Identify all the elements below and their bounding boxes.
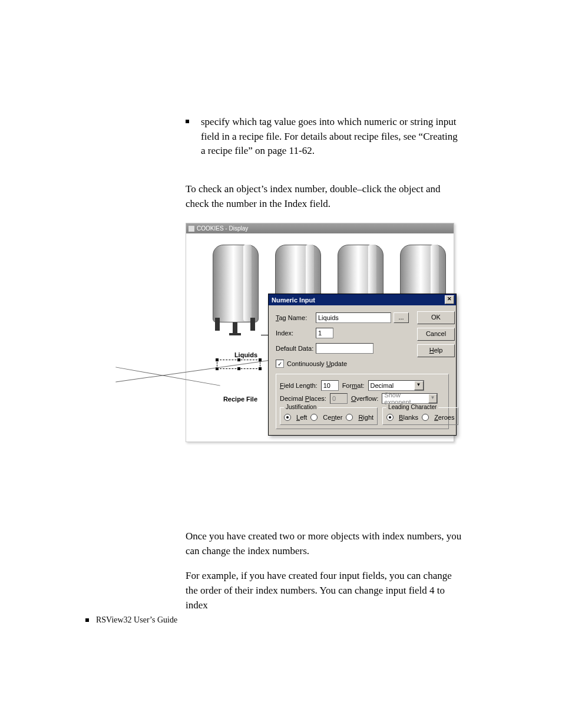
- default-data-label: Default Data:: [276, 345, 316, 352]
- help-button[interactable]: Help: [417, 344, 455, 357]
- close-icon[interactable]: ✕: [445, 295, 454, 304]
- index-field[interactable]: 1: [316, 328, 333, 338]
- tag-browse-button[interactable]: ...: [394, 312, 409, 323]
- justify-left-label: Left: [296, 414, 307, 421]
- justify-left-radio[interactable]: [284, 414, 291, 421]
- cancel-button[interactable]: Cancel: [417, 328, 455, 341]
- paragraph-check-index: To check an object’s index number, doubl…: [186, 182, 462, 211]
- chevron-down-icon: ▼: [428, 394, 438, 403]
- justify-right-radio[interactable]: [346, 414, 353, 421]
- overflow-label: Overflow:: [351, 395, 378, 402]
- decimal-places-field[interactable]: 0: [330, 393, 348, 404]
- justify-right-label: Right: [358, 414, 373, 421]
- display-window-titlebar: COOKIES - Display: [186, 223, 454, 233]
- ok-button[interactable]: OK: [417, 311, 455, 324]
- tag-name-label: Tag Name:: [276, 314, 316, 321]
- decimal-places-label: Decimal Places:: [280, 395, 326, 402]
- label-recipe-file: Recipe File: [221, 396, 257, 403]
- display-window-icon: [189, 226, 194, 232]
- format-groupbox: Field Length: 10 Format: Decimal ▼ Decim…: [276, 374, 449, 429]
- figure: COOKIES - Display: [186, 223, 465, 470]
- justify-center-radio[interactable]: [310, 414, 318, 421]
- dialog-titlebar[interactable]: Numeric Input ✕: [269, 294, 456, 305]
- field-length-field[interactable]: 10: [321, 380, 339, 391]
- field-length-label: Field Length:: [280, 382, 318, 389]
- index-label: Index:: [276, 330, 316, 337]
- numeric-input-dialog: Numeric Input ✕ OK Cancel Help Tag Name:…: [268, 294, 457, 436]
- format-label: Format:: [342, 382, 365, 389]
- footer-bullet-icon: [85, 618, 89, 622]
- bullet-text: specify which tag value goes into which …: [201, 115, 462, 159]
- default-data-field[interactable]: [316, 343, 373, 354]
- justification-groupbox: Justification Left Center Right: [280, 407, 378, 425]
- leading-character-groupbox: Leading Character Blanks Zeroes: [382, 407, 458, 425]
- leading-blanks-label: Blanks: [399, 414, 418, 421]
- continuously-update-label: Continuously Update: [287, 360, 347, 367]
- label-liquids: Liquids: [221, 351, 257, 358]
- paragraph-after-figure-2: For example, if you have created four in…: [186, 569, 462, 612]
- bullet-icon: [186, 120, 189, 123]
- footer: RSView32 User’s Guide: [85, 615, 177, 625]
- footer-text: RSView32 User’s Guide: [96, 615, 177, 625]
- leading-blanks-radio[interactable]: [386, 414, 394, 421]
- chevron-down-icon: ▼: [414, 381, 424, 390]
- continuously-update-checkbox[interactable]: ✓: [276, 360, 284, 368]
- tag-name-field[interactable]: Liquids: [316, 312, 391, 323]
- tank-1: [213, 240, 257, 349]
- leading-zeroes-label: Zeroes: [434, 414, 454, 421]
- leading-character-legend: Leading Character: [386, 404, 438, 410]
- dialog-title: Numeric Input: [272, 297, 315, 304]
- overflow-dropdown[interactable]: Show exponent ▼: [382, 393, 438, 404]
- paragraph-after-figure-1: Once you have created two or more object…: [186, 529, 462, 558]
- justify-center-label: Center: [323, 414, 342, 421]
- leading-zeroes-radio[interactable]: [422, 414, 429, 421]
- format-dropdown[interactable]: Decimal ▼: [368, 380, 424, 391]
- display-window-title: COOKIES - Display: [197, 225, 248, 232]
- justification-legend: Justification: [284, 404, 318, 410]
